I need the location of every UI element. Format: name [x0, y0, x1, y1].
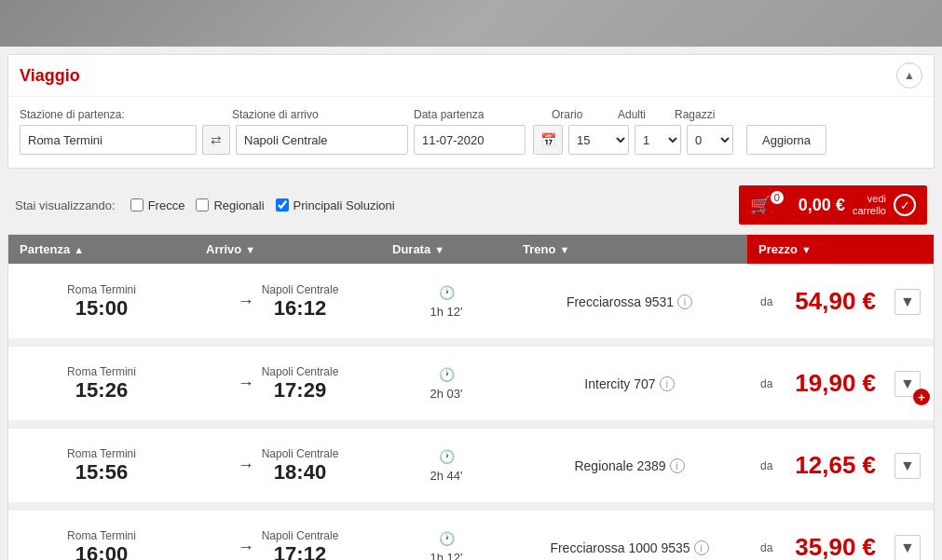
train-rows-container: Roma Termini 15:00 → Napoli Centrale 16:… [8, 264, 934, 560]
arrivo-station-block: Napoli Centrale 17:12 [262, 529, 339, 561]
partenza-station-block: Roma Termini 15:26 [67, 365, 136, 403]
arrivo-station-block: Napoli Centrale 16:12 [262, 283, 339, 321]
durata-cell: 🕐 2h 03' [381, 356, 512, 412]
expand-button[interactable]: ▼ [894, 535, 921, 561]
cart-button[interactable]: 🛒 0 0,00 € vedicarrello ✓ [739, 185, 927, 225]
arrivo-station-name: Napoli Centrale [262, 529, 339, 542]
th-arrivo[interactable]: Arrivo ▼ [195, 235, 381, 264]
label-arrow-spacer [197, 108, 228, 121]
partenza-station-block: Roma Termini 15:56 [67, 447, 136, 485]
filter-label: Stai visualizzando: [15, 198, 116, 212]
partenza-station-name: Roma Termini [67, 283, 136, 296]
clock-icon: 🕐 [439, 449, 455, 464]
principali-label: Principali Soluzioni [294, 198, 395, 212]
partenza-station-name: Roma Termini [67, 529, 136, 542]
sort-partenza: ▲ [74, 244, 84, 255]
treno-cell: Regionale 2389 i [512, 447, 747, 485]
table-row: Roma Termini 15:26 → Napoli Centrale 17:… [8, 346, 934, 420]
label-orario: Orario [552, 108, 612, 121]
red-plus-icon: + [913, 389, 930, 405]
label-data: Data partenza [414, 108, 544, 121]
filter-row: Stai visualizzando: Frecce Regionali Pri… [7, 176, 935, 234]
th-prezzo[interactable]: Prezzo ▼ [747, 235, 934, 264]
info-icon[interactable]: i [670, 458, 685, 473]
arrivo-cell: → Napoli Centrale 17:29 [195, 354, 381, 414]
viaggio-header: Viaggio ▲ [8, 55, 934, 97]
info-icon[interactable]: i [660, 376, 675, 391]
arrivo-station-name: Napoli Centrale [262, 365, 339, 378]
partenza-cell: Roma Termini 15:26 [8, 354, 195, 414]
da-label: da [760, 541, 772, 554]
cart-count: 0 [771, 191, 784, 204]
th-durata[interactable]: Durata ▼ [381, 235, 512, 264]
treno-name: Frecciarossa 9531 [567, 294, 674, 309]
form-labels: Stazione di partenza: Stazione di arrivo… [20, 108, 922, 121]
row-separator [8, 420, 934, 428]
principali-filter[interactable]: Principali Soluzioni [276, 198, 395, 212]
expand-button[interactable]: ▼ [894, 453, 921, 479]
info-icon[interactable]: i [677, 294, 692, 309]
th-treno[interactable]: Treno ▼ [512, 235, 747, 264]
regionali-label: Regionali [213, 198, 264, 212]
calendar-button[interactable]: 📅 [533, 125, 563, 155]
clock-icon: 🕐 [439, 367, 455, 382]
adulti-select[interactable]: 1 [635, 125, 681, 155]
data-input[interactable] [414, 125, 526, 155]
ragazzi-select[interactable]: 0 [687, 125, 733, 155]
aggiorna-button[interactable]: Aggiorna [746, 125, 826, 155]
treno-name: Frecciarossa 1000 9535 [550, 540, 689, 555]
clock-icon: 🕐 [439, 285, 455, 300]
arrivo-cell: → Napoli Centrale 17:12 [195, 518, 381, 561]
th-partenza[interactable]: Partenza ▲ [8, 235, 195, 264]
partenza-time: 15:56 [75, 460, 128, 485]
treno-name: Regionale 2389 [574, 458, 665, 473]
sort-durata: ▼ [434, 244, 444, 255]
prezzo-amount: 12,65 € [795, 451, 876, 480]
durata-value: 1h 12' [430, 551, 462, 561]
frecce-label: Frecce [148, 198, 185, 212]
table-row: Roma Termini 16:00 → Napoli Centrale 17:… [8, 510, 934, 560]
arrivo-station-name: Napoli Centrale [262, 283, 339, 296]
durata-cell: 🕐 1h 12' [381, 520, 512, 561]
cart-icon: 🛒 [750, 195, 771, 215]
info-icon[interactable]: i [694, 540, 709, 555]
prezzo-amount: 19,90 € [795, 369, 876, 398]
expand-button[interactable]: ▼ [894, 289, 921, 315]
collapse-button[interactable]: ▲ [896, 62, 922, 89]
treno-cell: Intercity 707 i [512, 365, 747, 403]
prezzo-amount: 35,90 € [795, 533, 876, 560]
row-separator [8, 338, 934, 346]
viaggio-form: Stazione di partenza: Stazione di arrivo… [8, 97, 934, 168]
row-separator [8, 502, 934, 510]
regionali-filter[interactable]: Regionali [196, 198, 264, 212]
regionali-checkbox[interactable] [196, 198, 209, 212]
label-arrivo: Stazione di arrivo [232, 108, 404, 121]
cart-vedi-label: vedicarrello [853, 193, 886, 217]
treno-cell: Frecciarossa 1000 9535 i [512, 529, 747, 561]
treno-cell: Frecciarossa 9531 i [512, 283, 747, 321]
label-partenza: Stazione di partenza: [20, 108, 197, 121]
prezzo-cell: da 54,90 € ▼ [747, 276, 934, 327]
arrivo-time: 16:12 [274, 296, 326, 321]
partenza-time: 15:26 [75, 378, 128, 403]
durata-value: 2h 03' [430, 387, 462, 401]
arrow-icon: → [238, 374, 254, 393]
cart-check-icon: ✓ [894, 194, 916, 216]
da-label: da [760, 295, 772, 308]
arrow-icon: → [238, 292, 254, 311]
table-row: Roma Termini 15:00 → Napoli Centrale 16:… [8, 264, 934, 338]
principali-checkbox[interactable] [276, 198, 289, 212]
orario-select[interactable]: 15 [568, 125, 629, 155]
frecce-filter[interactable]: Frecce [130, 198, 185, 212]
main-container: Viaggio ▲ Stazione di partenza: Stazione… [0, 0, 942, 560]
partenza-input[interactable] [20, 125, 197, 155]
form-inputs: ⇄ 📅 15 1 0 Aggiorna [20, 125, 922, 155]
arrivo-input[interactable] [236, 125, 408, 155]
partenza-station-name: Roma Termini [67, 447, 136, 460]
swap-button[interactable]: ⇄ [202, 125, 230, 155]
partenza-station-block: Roma Termini 15:00 [67, 283, 136, 321]
frecce-checkbox[interactable] [130, 198, 143, 212]
label-adulti: Adulti [618, 108, 669, 121]
treno-name: Intercity 707 [584, 376, 655, 391]
label-ragazzi: Ragazzi [675, 108, 726, 121]
